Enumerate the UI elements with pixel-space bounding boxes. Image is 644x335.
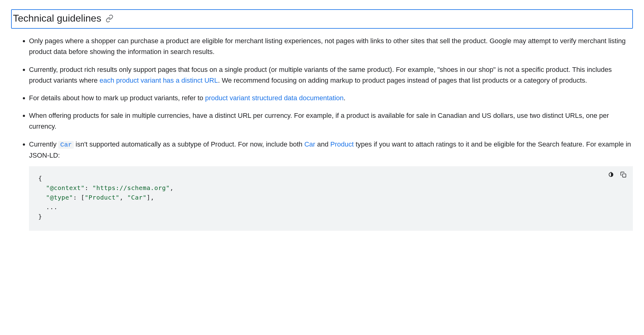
code-toolbar xyxy=(607,171,627,179)
code-indent xyxy=(38,194,46,201)
anchor-link-icon[interactable] xyxy=(105,14,114,23)
list-item: Only pages where a shopper can purchase … xyxy=(29,35,633,57)
variant-url-link[interactable]: each product variant has a distinct URL xyxy=(100,77,218,84)
guideline-text: Only pages where a shopper can purchase … xyxy=(29,37,626,56)
theme-toggle-icon[interactable] xyxy=(607,171,615,179)
list-item: Currently Car isn't supported automatica… xyxy=(29,139,633,231)
code-token: "Car" xyxy=(127,194,147,201)
code-indent xyxy=(38,184,46,192)
guidelines-list: Only pages where a shopper can purchase … xyxy=(11,35,633,231)
guideline-text: . We recommend focusing on adding markup… xyxy=(218,77,587,84)
code-token: ], xyxy=(147,194,154,201)
code-token: } xyxy=(38,213,42,220)
guideline-text: For details about how to mark up product… xyxy=(29,94,205,102)
product-type-link[interactable]: Product xyxy=(330,140,354,148)
code-token: : xyxy=(85,184,93,192)
code-token: : [ xyxy=(73,194,85,201)
code-content: { "@context": "https://schema.org", "@ty… xyxy=(38,174,624,221)
copy-icon[interactable] xyxy=(619,171,627,179)
code-indent xyxy=(38,203,46,211)
code-token: , xyxy=(119,194,127,201)
code-token: "@type" xyxy=(46,194,73,201)
code-token: , xyxy=(170,184,174,192)
guideline-text: Currently xyxy=(29,140,58,148)
list-item: Currently, product rich results only sup… xyxy=(29,64,633,86)
guideline-text: and xyxy=(315,140,330,148)
list-item: For details about how to mark up product… xyxy=(29,93,633,103)
section-heading: Technical guidelines xyxy=(13,10,101,26)
code-token: "https://schema.org" xyxy=(93,184,170,192)
guideline-text: When offering products for sale in multi… xyxy=(29,112,609,130)
code-block: { "@context": "https://schema.org", "@ty… xyxy=(29,166,633,231)
guideline-text: . xyxy=(344,94,345,102)
section-heading-selected: Technical guidelines xyxy=(11,9,633,29)
code-token: { xyxy=(38,175,42,182)
variant-docs-link[interactable]: product variant structured data document… xyxy=(205,94,344,102)
car-code: Car xyxy=(58,141,74,149)
guideline-text: isn't supported automatically as a subty… xyxy=(74,140,304,148)
code-token: "Product" xyxy=(85,194,120,201)
list-item: When offering products for sale in multi… xyxy=(29,110,633,132)
svg-rect-0 xyxy=(623,174,626,177)
code-token: ... xyxy=(46,203,58,211)
code-token: "@context" xyxy=(46,184,85,192)
car-type-link[interactable]: Car xyxy=(304,140,315,148)
